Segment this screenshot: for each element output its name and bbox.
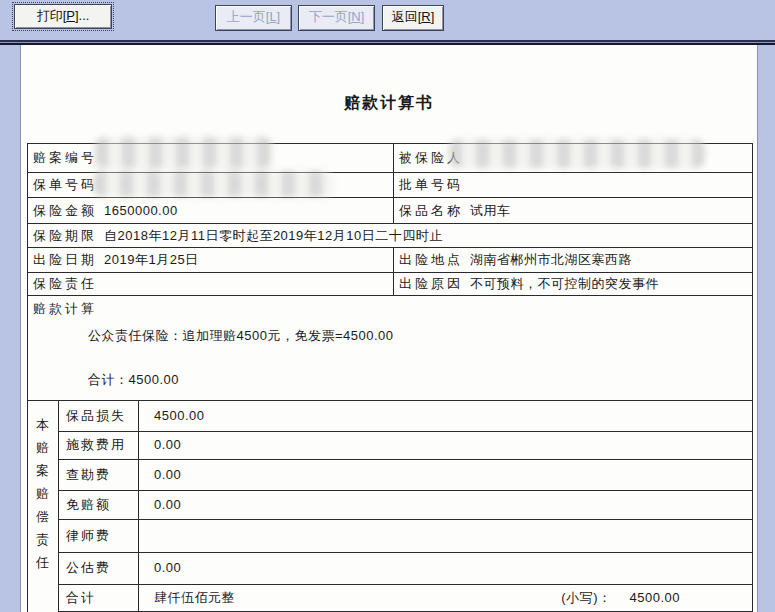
fee-row: 施救费用 0.00: [59, 432, 752, 460]
liability-side-label: 本赔案赔偿责任: [36, 413, 51, 574]
liability-side-column: 本赔案赔偿责任: [28, 401, 59, 612]
loss-place-value: 湖南省郴州市北湖区寒西路: [470, 252, 632, 267]
next-page-hotkey: N: [351, 9, 360, 24]
redacted-insured-name: [449, 139, 705, 168]
back-button-label: 返回[: [392, 9, 422, 24]
previous-page-hotkey: L: [269, 9, 276, 24]
loss-place-label: 出险地点: [399, 252, 463, 267]
endorsement-number-label: 批单号码: [399, 177, 463, 192]
loss-date-cell: 出险日期2019年1月25日: [28, 248, 394, 273]
fee-amount: 4500.00: [154, 401, 205, 431]
toolbar: 打印[P]... 上一页[L] 下一页[N] 返回[R]: [0, 0, 775, 40]
table-row: 保险期限自2018年12月11日零时起至2019年12月10日二十四时止: [28, 224, 752, 248]
insurance-period-value: 自2018年12月11日零时起至2019年12月10日二十四时止: [104, 228, 443, 243]
loss-date-value: 2019年1月25日: [104, 252, 199, 267]
fee-amount: 0.00: [154, 460, 181, 490]
fee-label: 施救费用: [59, 432, 139, 459]
print-hotkey: P: [66, 8, 75, 23]
fee-value: [139, 520, 752, 552]
total-value-cell: 肆仟伍佰元整 (小写)：4500.00: [139, 585, 752, 611]
fee-label: 公估费: [59, 553, 139, 584]
page-title: 赔款计算书: [21, 93, 757, 114]
fee-label: 查勘费: [59, 460, 139, 490]
print-button[interactable]: 打印[P]...: [14, 4, 112, 29]
claim-calc-total: 合计：4500.00: [88, 371, 747, 389]
insurance-period-label: 保险期限: [33, 228, 97, 243]
claim-number-label: 赔案编号: [33, 150, 97, 165]
endorsement-number-cell: 批单号码: [394, 173, 752, 198]
claim-calc-section: 赔款计算 公众责任保险：追加理赔4500元，免发票=4500.00 合计：450…: [28, 296, 752, 401]
insurance-period-cell: 保险期限自2018年12月11日零时起至2019年12月10日二十四时止: [28, 224, 752, 248]
total-small-label: (小写)：: [561, 590, 611, 605]
fee-value: 4500.00: [139, 401, 752, 431]
previous-page-suffix: ]: [277, 9, 281, 24]
fee-row: 查勘费 0.00: [59, 460, 752, 491]
fee-amount: 0.00: [154, 491, 181, 519]
insurance-liability-label: 保险责任: [33, 276, 97, 291]
back-button-suffix: ]: [431, 9, 435, 24]
total-row: 合计 肆仟伍佰元整 (小写)：4500.00: [59, 585, 752, 612]
print-button-label: 打印[: [37, 8, 67, 23]
loss-place-cell: 出险地点湖南省郴州市北湖区寒西路: [394, 248, 752, 273]
next-page-button[interactable]: 下一页[N]: [298, 5, 375, 31]
app-window: { "colors": { "background": "#b9c4e4", "…: [0, 0, 775, 612]
product-name-label: 保品名称: [399, 203, 463, 218]
fee-row: 免赔额 0.00: [59, 491, 752, 520]
claim-info-table: 赔案编号 被保险人 保单号码 批单号码 保险金额1650000.00 保品名称试…: [27, 143, 753, 612]
total-amount-words: 肆仟伍佰元整: [154, 585, 235, 611]
insured-amount-cell: 保险金额1650000.00: [28, 198, 394, 224]
fee-label: 免赔额: [59, 491, 139, 519]
product-name-value: 试用车: [470, 203, 511, 218]
table-row: 保险责任 出险原因不可预料，不可控制的突发事件: [28, 273, 752, 296]
fee-amount: 0.00: [154, 432, 181, 459]
fee-row: 公估费 0.00: [59, 553, 752, 585]
fee-value: 0.00: [139, 553, 752, 584]
total-numeric-group: (小写)：4500.00: [561, 585, 680, 611]
loss-cause-label: 出险原因: [399, 276, 463, 291]
total-label: 合计: [59, 585, 139, 611]
redacted-claim-number: [95, 137, 273, 168]
total-small-value: 4500.00: [630, 590, 681, 605]
fee-rows: 保品损失 4500.00 施救费用 0.00 查勘费 0.00 免赔额 0.00…: [59, 401, 752, 612]
fee-value: 0.00: [139, 460, 752, 490]
claim-calc-detail: 公众责任保险：追加理赔4500元，免发票=4500.00: [88, 327, 747, 345]
next-page-label: 下一页[: [309, 9, 352, 24]
loss-cause-cell: 出险原因不可预料，不可控制的突发事件: [394, 273, 752, 296]
table-row: 保险金额1650000.00 保品名称试用车: [28, 198, 752, 224]
fee-value: 0.00: [139, 491, 752, 519]
product-name-cell: 保品名称试用车: [394, 198, 752, 224]
document-page: 赔款计算书 赔案编号 被保险人 保单号码 批单号码 保险金额1650000.00…: [20, 45, 758, 612]
policy-number-label: 保单号码: [33, 177, 97, 192]
fee-amount: 0.00: [154, 553, 181, 584]
insurance-liability-cell: 保险责任: [28, 273, 394, 296]
fee-row: 保品损失 4500.00: [59, 401, 752, 432]
previous-page-button[interactable]: 上一页[L]: [215, 5, 292, 31]
previous-page-label: 上一页[: [227, 9, 270, 24]
insured-amount-value: 1650000.00: [104, 203, 178, 218]
back-button[interactable]: 返回[R]: [382, 5, 444, 31]
liability-table: 本赔案赔偿责任 保品损失 4500.00 施救费用 0.00 查勘费 0.00 …: [28, 401, 752, 612]
back-hotkey: R: [421, 9, 430, 24]
insured-amount-label: 保险金额: [33, 203, 97, 218]
loss-date-label: 出险日期: [33, 252, 97, 267]
fee-label: 律师费: [59, 520, 139, 552]
table-row: 出险日期2019年1月25日 出险地点湖南省郴州市北湖区寒西路: [28, 248, 752, 273]
fee-row: 律师费: [59, 520, 752, 553]
print-button-suffix: ]...: [75, 8, 89, 23]
fee-value: 0.00: [139, 432, 752, 459]
redacted-policy-number: [93, 171, 333, 197]
fee-label: 保品损失: [59, 401, 139, 431]
loss-cause-value: 不可预料，不可控制的突发事件: [470, 276, 659, 291]
next-page-suffix: ]: [361, 9, 365, 24]
claim-calc-heading: 赔款计算: [33, 300, 747, 318]
